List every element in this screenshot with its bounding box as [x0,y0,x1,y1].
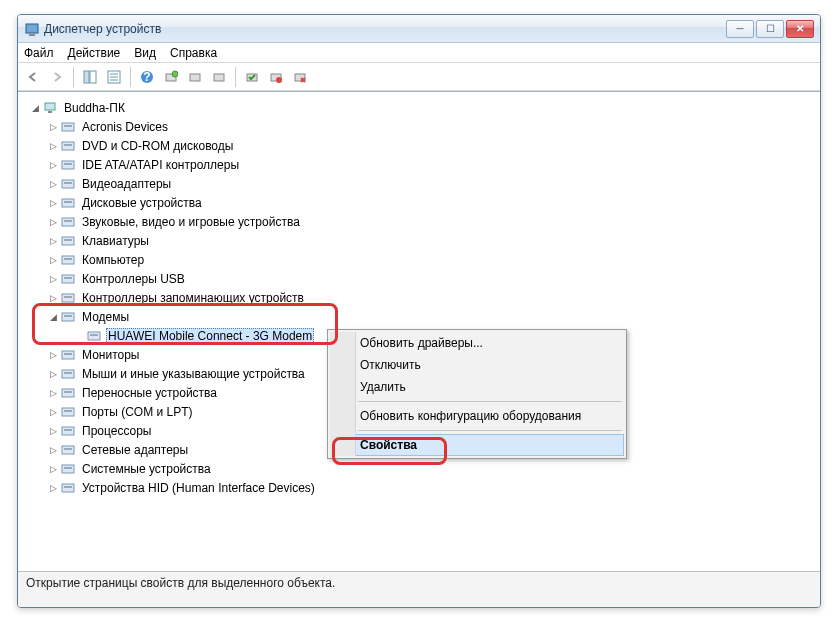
device-icon [86,328,104,344]
device-category-icon [60,461,78,477]
tree-category[interactable]: ▷Контроллеры запоминающих устройств [22,288,816,307]
expand-icon[interactable]: ◢ [46,312,60,322]
menu-file[interactable]: Файл [24,46,54,60]
collapse-icon[interactable]: ◢ [28,103,42,113]
tree-category[interactable]: ▷Системные устройства [22,459,816,478]
expand-icon[interactable]: ▷ [46,274,60,284]
expand-icon[interactable]: ▷ [46,445,60,455]
enable-button[interactable] [241,66,263,88]
menu-help[interactable]: Справка [170,46,217,60]
tree-category[interactable]: ▷Acronis Devices [22,117,816,136]
expand-icon[interactable]: ▷ [46,388,60,398]
app-icon [24,21,40,37]
tree-category[interactable]: ▷Видеоадаптеры [22,174,816,193]
uninstall-button[interactable] [289,66,311,88]
tree-category[interactable]: ▷Клавиатуры [22,231,816,250]
expand-icon[interactable]: ▷ [46,217,60,227]
menubar: Файл Действие Вид Справка [18,43,820,63]
svg-rect-41 [64,296,72,298]
update-driver-button[interactable] [184,66,206,88]
tree-category[interactable]: ▷Звуковые, видео и игровые устройства [22,212,816,231]
context-menu: Обновить драйверы... Отключить Удалить О… [327,329,627,459]
tree-category-label: IDE ATA/ATAPI контроллеры [80,157,241,173]
device-category-icon [60,442,78,458]
expand-icon[interactable]: ▷ [46,293,60,303]
scan-button[interactable] [160,66,182,88]
ctx-separator [358,401,622,402]
expand-icon[interactable]: ▷ [46,426,60,436]
tree-category-label: Порты (COM и LPT) [80,404,195,420]
menu-view[interactable]: Вид [134,46,156,60]
device-category-icon [60,233,78,249]
tree-category-label: Устройства HID (Human Interface Devices) [80,480,317,496]
tree-category-label: Мониторы [80,347,141,363]
expand-icon[interactable]: ▷ [46,369,60,379]
svg-rect-2 [84,71,89,83]
tree-category[interactable]: ▷Устройства HID (Human Interface Devices… [22,478,816,497]
tree-root[interactable]: ◢Buddha-ПК [22,98,816,117]
tree-category[interactable]: ▷Компьютер [22,250,816,269]
device-category-icon [60,214,78,230]
expand-icon[interactable]: ▷ [46,141,60,151]
tree-category-label: Сетевые адаптеры [80,442,190,458]
window-title: Диспетчер устройств [44,22,161,36]
device-category-icon [60,290,78,306]
tree-category-label: Дисковые устройства [80,195,204,211]
expand-icon[interactable]: ▷ [46,483,60,493]
ctx-delete[interactable]: Удалить [330,376,624,398]
expand-icon[interactable]: ▷ [46,198,60,208]
svg-rect-35 [64,239,72,241]
device-category-icon [60,176,78,192]
expand-icon[interactable]: ▷ [46,160,60,170]
expand-icon[interactable]: ▷ [46,255,60,265]
menu-action[interactable]: Действие [68,46,121,60]
expand-icon[interactable]: ▷ [46,236,60,246]
tree-category-label: Мыши и иные указывающие устройства [80,366,307,382]
svg-rect-57 [64,448,72,450]
tree-category[interactable]: ▷DVD и CD-ROM дисководы [22,136,816,155]
svg-rect-61 [64,486,72,488]
tree-device-label: HUAWEI Mobile Connect - 3G Modem [106,328,314,344]
tree-category[interactable]: ▷Контроллеры USB [22,269,816,288]
tree-category-label: Звуковые, видео и игровые устройства [80,214,302,230]
svg-rect-51 [64,391,72,393]
svg-rect-59 [64,467,72,469]
tree-root-label: Buddha-ПК [62,100,127,116]
expand-icon[interactable]: ▷ [46,122,60,132]
back-button[interactable] [22,66,44,88]
titlebar[interactable]: Диспетчер устройств ─ ☐ ✕ [18,15,820,43]
show-hide-tree-button[interactable] [79,66,101,88]
svg-point-16 [276,77,282,83]
disable-button[interactable] [265,66,287,88]
computer-icon [42,100,60,116]
ctx-refresh-config[interactable]: Обновить конфигурацию оборудования [330,405,624,427]
forward-button[interactable] [46,66,68,88]
svg-rect-12 [190,74,200,81]
device-category-icon [60,157,78,173]
svg-rect-3 [90,71,96,83]
ctx-update-drivers[interactable]: Обновить драйверы... [330,332,624,354]
ctx-disable[interactable]: Отключить [330,354,624,376]
tree-category-label: Компьютер [80,252,146,268]
tree-category-label: Переносные устройства [80,385,219,401]
toolbar-button-1[interactable] [208,66,230,88]
expand-icon[interactable]: ▷ [46,407,60,417]
tree-category[interactable]: ◢Модемы [22,307,816,326]
tree-category-label: DVD и CD-ROM дисководы [80,138,235,154]
tree-category[interactable]: ▷Дисковые устройства [22,193,816,212]
device-category-icon [60,480,78,496]
properties-button[interactable] [103,66,125,88]
tree-category-label: Контроллеры запоминающих устройств [80,290,306,306]
expand-icon[interactable]: ▷ [46,464,60,474]
maximize-button[interactable]: ☐ [756,20,784,38]
device-category-icon [60,385,78,401]
help-button[interactable]: ? [136,66,158,88]
minimize-button[interactable]: ─ [726,20,754,38]
expand-icon[interactable]: ▷ [46,179,60,189]
ctx-properties[interactable]: Свойства [330,434,624,456]
tree-category[interactable]: ▷IDE ATA/ATAPI контроллеры [22,155,816,174]
expand-icon[interactable]: ▷ [46,350,60,360]
device-category-icon [60,252,78,268]
close-button[interactable]: ✕ [786,20,814,38]
device-category-icon [60,423,78,439]
